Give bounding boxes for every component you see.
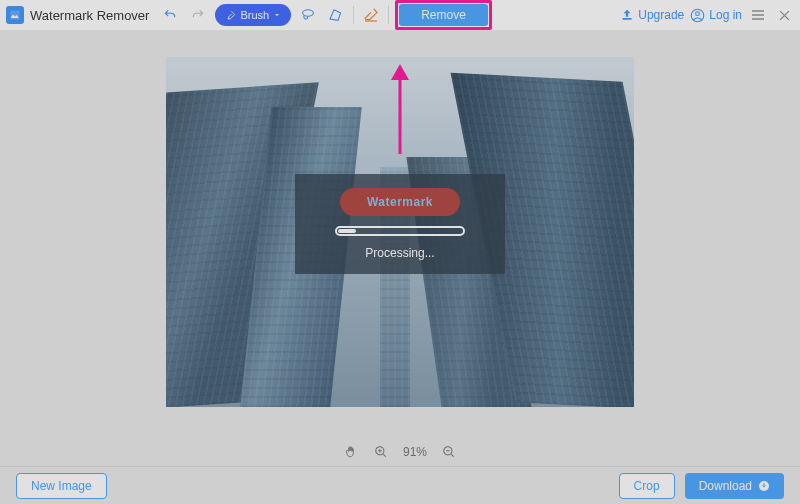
brush-tool-button[interactable]: Brush bbox=[215, 4, 291, 26]
bottom-bar: New Image Crop Download bbox=[0, 466, 800, 504]
lasso-tool[interactable] bbox=[297, 4, 319, 26]
hand-tool[interactable] bbox=[343, 444, 359, 460]
toolbar: Watermark Remover Brush Remove bbox=[0, 0, 800, 30]
app-root: Watermark Remover Brush Remove bbox=[0, 0, 800, 504]
eraser-tool[interactable] bbox=[360, 4, 382, 26]
remove-button[interactable]: Remove bbox=[399, 4, 488, 26]
user-icon bbox=[690, 8, 705, 23]
menu-button[interactable] bbox=[748, 5, 768, 25]
zoom-out-button[interactable] bbox=[441, 444, 457, 460]
svg-rect-2 bbox=[623, 18, 632, 20]
download-label: Download bbox=[699, 479, 752, 493]
undo-button[interactable] bbox=[159, 4, 181, 26]
watermark-badge: Watermark bbox=[340, 188, 460, 216]
svg-point-1 bbox=[303, 10, 314, 17]
download-button[interactable]: Download bbox=[685, 473, 784, 499]
login-link[interactable]: Log in bbox=[690, 8, 742, 23]
upgrade-label: Upgrade bbox=[638, 8, 684, 22]
progress-bar bbox=[335, 226, 465, 236]
canvas-area: Watermark Processing... bbox=[0, 30, 800, 434]
separator bbox=[388, 6, 389, 24]
app-logo bbox=[6, 6, 24, 24]
separator bbox=[353, 6, 354, 24]
new-image-button[interactable]: New Image bbox=[16, 473, 107, 499]
redo-button[interactable] bbox=[187, 4, 209, 26]
upload-icon bbox=[620, 8, 634, 22]
chevron-down-icon bbox=[273, 11, 281, 19]
processing-label: Processing... bbox=[365, 246, 434, 260]
upgrade-link[interactable]: Upgrade bbox=[620, 8, 684, 22]
zoom-in-button[interactable] bbox=[373, 444, 389, 460]
svg-rect-0 bbox=[11, 11, 20, 20]
login-label: Log in bbox=[709, 8, 742, 22]
brush-label: Brush bbox=[240, 9, 269, 21]
remove-highlight: Remove bbox=[395, 0, 492, 30]
zoom-bar: 91% bbox=[0, 438, 800, 466]
svg-point-4 bbox=[696, 11, 700, 15]
crop-button[interactable]: Crop bbox=[619, 473, 675, 499]
image-preview[interactable]: Watermark Processing... bbox=[166, 57, 634, 407]
zoom-level: 91% bbox=[403, 445, 427, 459]
download-icon bbox=[758, 480, 770, 492]
app-title: Watermark Remover bbox=[30, 8, 149, 23]
polygon-tool[interactable] bbox=[325, 4, 347, 26]
close-button[interactable] bbox=[774, 5, 794, 25]
processing-overlay: Watermark Processing... bbox=[295, 174, 505, 274]
